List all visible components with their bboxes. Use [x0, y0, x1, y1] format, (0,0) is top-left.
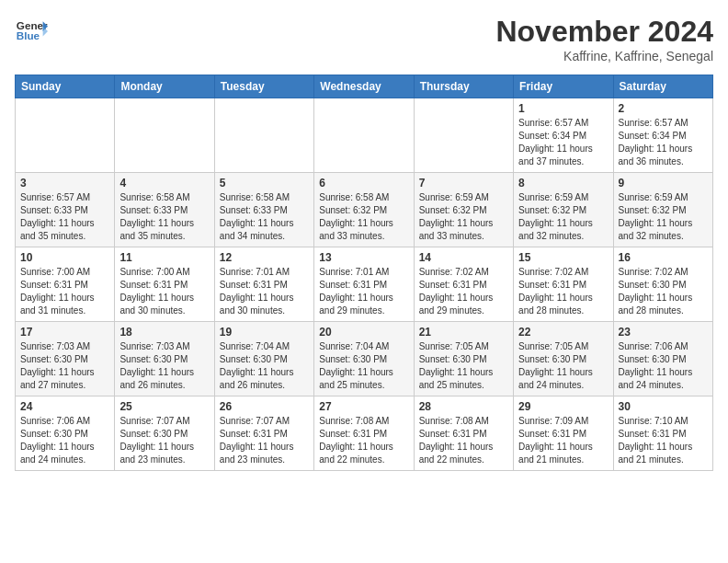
calendar-week-row: 10Sunrise: 7:00 AM Sunset: 6:31 PM Dayli… — [16, 247, 713, 322]
day-number: 8 — [518, 177, 608, 190]
day-number: 18 — [119, 326, 209, 339]
calendar-cell: 26Sunrise: 7:07 AM Sunset: 6:31 PM Dayli… — [214, 396, 313, 471]
day-info: Sunrise: 7:02 AM Sunset: 6:30 PM Dayligh… — [619, 266, 708, 317]
day-info: Sunrise: 7:08 AM Sunset: 6:31 PM Dayligh… — [419, 415, 508, 466]
calendar-week-row: 24Sunrise: 7:06 AM Sunset: 6:30 PM Dayli… — [16, 396, 713, 471]
calendar-cell: 10Sunrise: 7:00 AM Sunset: 6:31 PM Dayli… — [16, 247, 115, 322]
day-number: 7 — [419, 177, 508, 190]
day-number: 17 — [20, 326, 109, 339]
day-number: 19 — [220, 326, 309, 339]
day-number: 26 — [220, 400, 309, 413]
calendar-cell: 17Sunrise: 7:03 AM Sunset: 6:30 PM Dayli… — [16, 322, 115, 396]
day-number: 23 — [619, 326, 708, 339]
day-number: 28 — [419, 400, 508, 413]
calendar-cell — [16, 98, 115, 173]
day-info: Sunrise: 6:57 AM Sunset: 6:34 PM Dayligh… — [619, 117, 708, 168]
day-number: 10 — [20, 251, 109, 264]
location: Kaffrine, Kaffrine, Senegal — [495, 49, 713, 63]
day-number: 4 — [119, 177, 209, 190]
calendar-cell: 28Sunrise: 7:08 AM Sunset: 6:31 PM Dayli… — [414, 396, 513, 471]
day-number: 29 — [518, 400, 608, 413]
logo-icon: General Blue — [15, 15, 48, 48]
day-number: 2 — [619, 102, 708, 115]
calendar-week-row: 1Sunrise: 6:57 AM Sunset: 6:34 PM Daylig… — [16, 98, 713, 173]
day-info: Sunrise: 7:02 AM Sunset: 6:31 PM Dayligh… — [419, 266, 508, 317]
calendar-cell: 14Sunrise: 7:02 AM Sunset: 6:31 PM Dayli… — [414, 247, 513, 322]
day-info: Sunrise: 7:07 AM Sunset: 6:30 PM Dayligh… — [119, 415, 209, 466]
calendar-cell: 1Sunrise: 6:57 AM Sunset: 6:34 PM Daylig… — [514, 98, 613, 173]
day-info: Sunrise: 7:05 AM Sunset: 6:30 PM Dayligh… — [518, 340, 608, 392]
calendar-cell: 5Sunrise: 6:58 AM Sunset: 6:33 PM Daylig… — [214, 173, 313, 247]
day-info: Sunrise: 7:10 AM Sunset: 6:31 PM Dayligh… — [619, 415, 708, 466]
day-info: Sunrise: 7:00 AM Sunset: 6:31 PM Dayligh… — [119, 266, 209, 317]
calendar-cell: 9Sunrise: 6:59 AM Sunset: 6:32 PM Daylig… — [613, 173, 712, 247]
day-number: 5 — [220, 177, 309, 190]
day-number: 6 — [319, 177, 408, 190]
day-info: Sunrise: 6:58 AM Sunset: 6:33 PM Dayligh… — [220, 191, 309, 243]
calendar-cell: 12Sunrise: 7:01 AM Sunset: 6:31 PM Dayli… — [214, 247, 313, 322]
day-info: Sunrise: 6:58 AM Sunset: 6:33 PM Dayligh… — [119, 191, 209, 243]
day-info: Sunrise: 7:02 AM Sunset: 6:31 PM Dayligh… — [518, 266, 608, 317]
day-number: 9 — [619, 177, 708, 190]
day-number: 22 — [518, 326, 608, 339]
day-number: 14 — [419, 251, 508, 264]
day-number: 20 — [319, 326, 408, 339]
day-info: Sunrise: 7:01 AM Sunset: 6:31 PM Dayligh… — [319, 266, 408, 317]
day-info: Sunrise: 7:06 AM Sunset: 6:30 PM Dayligh… — [619, 340, 708, 392]
calendar-cell: 7Sunrise: 6:59 AM Sunset: 6:32 PM Daylig… — [414, 173, 513, 247]
calendar-cell: 29Sunrise: 7:09 AM Sunset: 6:31 PM Dayli… — [514, 396, 613, 471]
day-number: 30 — [619, 400, 708, 413]
calendar-cell: 2Sunrise: 6:57 AM Sunset: 6:34 PM Daylig… — [613, 98, 712, 173]
day-number: 15 — [518, 251, 608, 264]
weekday-header: Saturday — [613, 75, 712, 98]
calendar-cell: 21Sunrise: 7:05 AM Sunset: 6:30 PM Dayli… — [414, 322, 513, 396]
day-number: 1 — [518, 102, 608, 115]
day-info: Sunrise: 7:06 AM Sunset: 6:30 PM Dayligh… — [20, 415, 109, 466]
calendar-cell: 18Sunrise: 7:03 AM Sunset: 6:30 PM Dayli… — [115, 322, 214, 396]
calendar-cell: 11Sunrise: 7:00 AM Sunset: 6:31 PM Dayli… — [115, 247, 214, 322]
day-info: Sunrise: 6:59 AM Sunset: 6:32 PM Dayligh… — [619, 191, 708, 243]
day-info: Sunrise: 6:57 AM Sunset: 6:33 PM Dayligh… — [20, 191, 109, 243]
weekday-header: Friday — [514, 75, 613, 98]
calendar-cell: 23Sunrise: 7:06 AM Sunset: 6:30 PM Dayli… — [613, 322, 712, 396]
day-info: Sunrise: 7:01 AM Sunset: 6:31 PM Dayligh… — [220, 266, 309, 317]
calendar-cell — [314, 98, 414, 173]
calendar-cell — [214, 98, 313, 173]
calendar-cell: 4Sunrise: 6:58 AM Sunset: 6:33 PM Daylig… — [115, 173, 214, 247]
day-info: Sunrise: 6:59 AM Sunset: 6:32 PM Dayligh… — [518, 191, 608, 243]
day-info: Sunrise: 7:00 AM Sunset: 6:31 PM Dayligh… — [20, 266, 109, 317]
day-number: 3 — [20, 177, 109, 190]
weekday-header: Sunday — [16, 75, 115, 98]
day-info: Sunrise: 6:57 AM Sunset: 6:34 PM Dayligh… — [518, 117, 608, 168]
day-number: 12 — [220, 251, 309, 264]
svg-text:Blue: Blue — [17, 29, 40, 41]
calendar-cell: 30Sunrise: 7:10 AM Sunset: 6:31 PM Dayli… — [613, 396, 712, 471]
day-number: 21 — [419, 326, 508, 339]
page-header: General Blue November 2024 Kaffrine, Kaf… — [15, 15, 713, 63]
calendar-cell: 6Sunrise: 6:58 AM Sunset: 6:32 PM Daylig… — [314, 173, 414, 247]
weekday-header: Monday — [115, 75, 214, 98]
calendar-week-row: 17Sunrise: 7:03 AM Sunset: 6:30 PM Dayli… — [16, 322, 713, 396]
calendar-cell: 13Sunrise: 7:01 AM Sunset: 6:31 PM Dayli… — [314, 247, 414, 322]
calendar-cell: 16Sunrise: 7:02 AM Sunset: 6:30 PM Dayli… — [613, 247, 712, 322]
day-number: 24 — [20, 400, 109, 413]
day-info: Sunrise: 7:09 AM Sunset: 6:31 PM Dayligh… — [518, 415, 608, 466]
day-info: Sunrise: 7:04 AM Sunset: 6:30 PM Dayligh… — [319, 340, 408, 392]
calendar-cell: 3Sunrise: 6:57 AM Sunset: 6:33 PM Daylig… — [16, 173, 115, 247]
day-number: 16 — [619, 251, 708, 264]
calendar-cell: 15Sunrise: 7:02 AM Sunset: 6:31 PM Dayli… — [514, 247, 613, 322]
day-number: 25 — [119, 400, 209, 413]
calendar-cell: 25Sunrise: 7:07 AM Sunset: 6:30 PM Dayli… — [115, 396, 214, 471]
day-info: Sunrise: 6:59 AM Sunset: 6:32 PM Dayligh… — [419, 191, 508, 243]
calendar-cell: 20Sunrise: 7:04 AM Sunset: 6:30 PM Dayli… — [314, 322, 414, 396]
day-info: Sunrise: 6:58 AM Sunset: 6:32 PM Dayligh… — [319, 191, 408, 243]
month-title: November 2024 — [495, 15, 713, 49]
day-info: Sunrise: 7:03 AM Sunset: 6:30 PM Dayligh… — [20, 340, 109, 392]
calendar-cell: 19Sunrise: 7:04 AM Sunset: 6:30 PM Dayli… — [214, 322, 313, 396]
calendar-cell — [115, 98, 214, 173]
logo: General Blue — [15, 15, 48, 48]
calendar-cell: 24Sunrise: 7:06 AM Sunset: 6:30 PM Dayli… — [16, 396, 115, 471]
day-number: 27 — [319, 400, 408, 413]
weekday-header: Tuesday — [214, 75, 313, 98]
title-block: November 2024 Kaffrine, Kaffrine, Senega… — [495, 15, 713, 63]
